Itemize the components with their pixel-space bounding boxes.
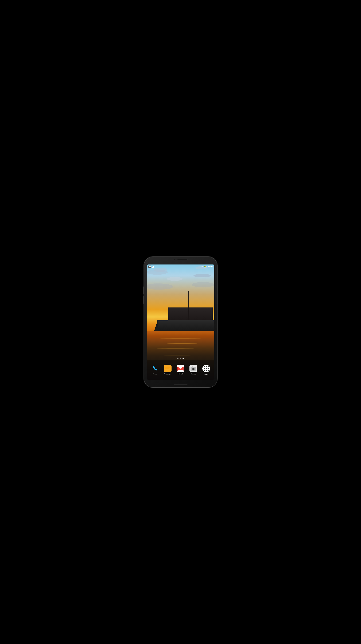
page-dot-3 xyxy=(183,358,184,359)
ship-superstructure xyxy=(168,308,213,320)
signal-bar-2 xyxy=(152,267,153,268)
phone-device: H+ 93% ⚡ 16:49 xyxy=(144,257,217,387)
signal-bar-4 xyxy=(154,266,154,268)
battery-percent: 93% xyxy=(199,266,203,268)
cloud-7 xyxy=(192,282,214,287)
svg-point-14 xyxy=(193,368,193,369)
battery-icon: ⚡ xyxy=(204,266,207,268)
cloud-4 xyxy=(167,277,183,281)
speaker-grille xyxy=(177,259,188,260)
battery-charging-icon: ⚡ xyxy=(204,266,207,267)
cloud-2 xyxy=(147,270,168,275)
apps-app-label: Apps xyxy=(204,373,208,375)
svg-rect-3 xyxy=(165,369,169,370)
phone-app-label: Phone xyxy=(153,373,157,375)
gmail-app-label: Gmail xyxy=(178,373,183,375)
dock-item-apps[interactable]: Apps xyxy=(202,365,210,375)
app-dock: Phone Messages xyxy=(147,360,214,380)
dock-item-phone[interactable]: Phone xyxy=(151,365,159,375)
page-dot-1 xyxy=(177,358,178,359)
battery-tip xyxy=(207,266,207,267)
phone-bottom-bar xyxy=(174,384,188,385)
phone-top-bar xyxy=(174,258,188,260)
svg-rect-2 xyxy=(165,368,169,368)
apps-dot-5 xyxy=(206,368,207,369)
svg-rect-1 xyxy=(165,367,170,367)
ship-mast xyxy=(188,291,189,320)
dock-item-gmail[interactable]: Gmail xyxy=(177,365,184,375)
signal-bar-3 xyxy=(153,266,154,268)
clock-display: 16:49 xyxy=(208,266,213,268)
phone-screen: H+ 93% ⚡ 16:49 xyxy=(147,264,214,380)
front-camera xyxy=(174,258,175,260)
apps-dot-9 xyxy=(208,370,209,371)
page-dot-2 xyxy=(180,358,181,359)
apps-dot-7 xyxy=(204,370,205,371)
apps-dot-3 xyxy=(208,366,209,367)
signal-bar-1 xyxy=(152,267,152,268)
dock-item-messages[interactable]: Messages xyxy=(164,365,172,375)
apps-dot-1 xyxy=(204,366,205,367)
volume-up-button[interactable] xyxy=(143,286,144,294)
cloud-3 xyxy=(193,274,211,277)
apps-dot-4 xyxy=(204,368,205,369)
volume-down-button[interactable] xyxy=(143,296,144,304)
battery-body: ⚡ xyxy=(204,266,207,268)
camera-app-icon[interactable] xyxy=(189,365,197,372)
messages-app-label: Messages xyxy=(164,373,171,375)
dock-item-camera[interactable]: Camera xyxy=(189,365,197,375)
apps-dot-6 xyxy=(208,368,209,369)
apps-dot-2 xyxy=(206,366,207,367)
signal-bars xyxy=(152,266,154,268)
cloud-6 xyxy=(147,284,173,290)
apps-dot-8 xyxy=(206,370,207,371)
phone-app-icon[interactable] xyxy=(151,365,159,372)
svg-rect-16 xyxy=(195,368,195,368)
apps-grid xyxy=(202,365,210,372)
apps-app-icon[interactable] xyxy=(202,365,210,372)
svg-rect-15 xyxy=(192,366,193,368)
network-type-badge: H+ xyxy=(148,266,151,268)
status-bar: H+ 93% ⚡ 16:49 xyxy=(147,264,214,269)
gmail-app-icon[interactable] xyxy=(177,365,184,372)
camera-app-label: Camera xyxy=(191,373,196,375)
network-info: H+ xyxy=(148,266,154,268)
messages-app-icon[interactable] xyxy=(164,365,172,372)
svg-rect-0 xyxy=(164,365,172,372)
page-indicator xyxy=(147,358,214,359)
